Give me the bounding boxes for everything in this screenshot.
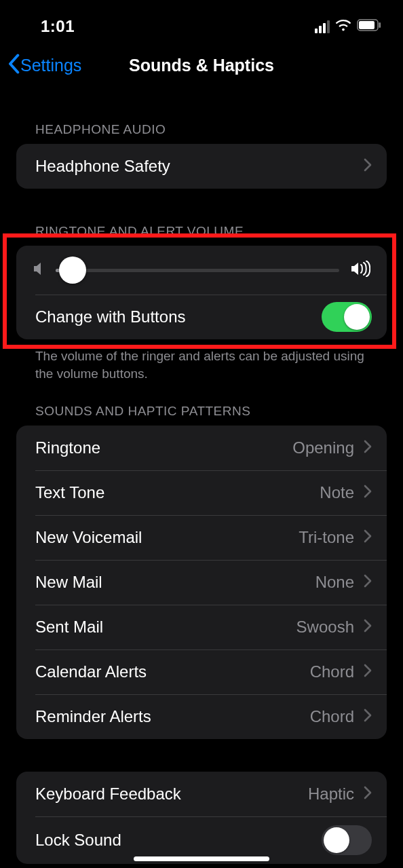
row-new-voicemail[interactable]: New Voicemail Tri-tone [16,515,387,560]
chevron-right-icon [364,664,372,680]
slider-thumb[interactable] [59,257,86,284]
chevron-right-icon [364,709,372,725]
content: HEADPHONE AUDIO Headphone Safety RINGTON… [0,122,403,864]
chevron-left-icon [7,54,20,77]
row-label: Keyboard Feedback [35,785,308,804]
row-new-mail[interactable]: New Mail None [16,560,387,605]
chevron-right-icon [364,786,372,802]
wifi-icon [335,18,351,35]
status-bar: 1:01 [0,0,403,41]
row-ringtone[interactable]: Ringtone Opening [16,426,387,470]
row-keyboard-feedback[interactable]: Keyboard Feedback Haptic [16,772,387,816]
row-label: New Mail [35,573,315,592]
toggle-change-with-buttons[interactable] [322,302,372,332]
battery-icon [357,19,381,34]
row-value: Haptic [308,785,354,804]
row-label: Reminder Alerts [35,707,310,726]
nav-bar: Settings Sounds & Haptics [0,43,403,87]
screen: 1:01 Settings Sounds & Haptics HEADPHONE… [0,0,403,868]
row-value: Chord [310,662,354,681]
chevron-right-icon [364,619,372,635]
svg-rect-1 [359,21,375,29]
row-label: Sent Mail [35,618,296,637]
row-volume-slider [16,246,387,295]
row-label: Lock Sound [35,831,322,850]
chevron-right-icon [364,574,372,590]
volume-slider[interactable] [56,269,339,272]
row-value: Tri-tone [299,528,354,547]
group-ringtone-volume: Change with Buttons [16,246,387,339]
row-label: Ringtone [35,438,292,457]
group-headphone: Headphone Safety [16,144,387,189]
chevron-right-icon [364,440,372,456]
row-value: Swoosh [296,618,354,637]
volume-high-icon [350,261,370,280]
back-label: Settings [20,56,81,75]
section-header-headphone: HEADPHONE AUDIO [35,122,387,137]
row-label: Change with Buttons [35,307,322,326]
row-value: None [315,573,354,592]
group-patterns: Ringtone Opening Text Tone Note New Voic… [16,426,387,739]
row-sent-mail[interactable]: Sent Mail Swoosh [16,605,387,649]
row-label: New Voicemail [35,528,299,547]
row-label: Headphone Safety [35,157,364,176]
toggle-knob [344,304,370,330]
group-other: Keyboard Feedback Haptic Lock Sound [16,772,387,864]
toggle-knob [324,827,349,853]
row-label: Text Tone [35,483,320,502]
toggle-lock-sound[interactable] [322,825,372,855]
section-footer-ringtone-volume: The volume of the ringer and alerts can … [35,347,368,382]
home-indicator[interactable] [134,856,269,861]
status-icons [315,18,381,35]
chevron-right-icon [364,485,372,501]
cellular-icon [315,20,330,33]
row-calendar-alerts[interactable]: Calendar Alerts Chord [16,649,387,694]
svg-rect-2 [379,22,381,28]
volume-low-icon [33,261,45,279]
row-value: Opening [292,438,354,457]
row-value: Chord [310,707,354,726]
row-change-with-buttons: Change with Buttons [16,295,387,339]
row-text-tone[interactable]: Text Tone Note [16,470,387,515]
row-headphone-safety[interactable]: Headphone Safety [16,144,387,189]
row-value: Note [320,483,354,502]
status-time: 1:01 [41,17,75,36]
chevron-right-icon [364,158,372,174]
row-label: Calendar Alerts [35,662,310,681]
chevron-right-icon [364,529,372,546]
nav-title: Sounds & Haptics [129,56,274,75]
section-header-ringtone-volume: RINGTONE AND ALERT VOLUME [35,224,387,239]
section-header-patterns: SOUNDS AND HAPTIC PATTERNS [35,404,387,419]
row-reminder-alerts[interactable]: Reminder Alerts Chord [16,694,387,739]
back-button[interactable]: Settings [7,54,81,77]
